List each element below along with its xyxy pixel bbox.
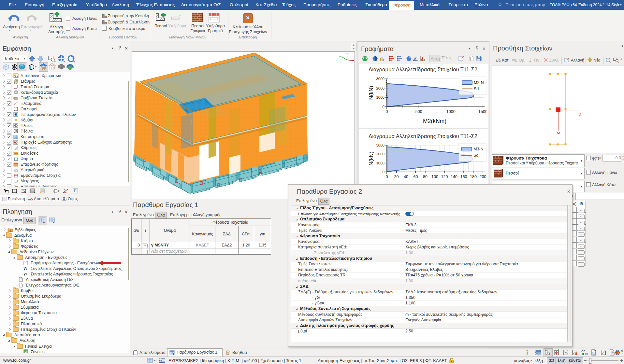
svg-text:3000: 3000: [376, 77, 385, 81]
svg-text:100: 100: [431, 175, 438, 179]
svg-text:Διάγραμμα Αλληλεπίδρασης Στοιχ: Διάγραμμα Αλληλεπίδρασης Στοιχείου Τ11-Σ…: [369, 133, 477, 139]
svg-text:M2-N: M2-N: [474, 80, 484, 85]
svg-text:0: 0: [383, 105, 385, 109]
svg-text:80: 80: [423, 175, 428, 179]
svg-text:200: 200: [480, 175, 486, 179]
svg-text:CR: CR: [581, 350, 586, 353]
svg-text:140: 140: [451, 175, 457, 179]
svg-text:1500: 1500: [478, 109, 487, 114]
svg-text:60: 60: [414, 175, 418, 179]
svg-text:1: 1: [43, 220, 45, 223]
svg-text:2000: 2000: [376, 152, 385, 156]
svg-text:Sd: Sd: [473, 153, 478, 158]
svg-text:500: 500: [415, 109, 422, 114]
svg-text:20: 20: [394, 175, 399, 179]
svg-text:0: 0: [386, 175, 388, 179]
svg-text:Y: Y: [339, 56, 341, 59]
svg-text:Διάγραμμα Αλληλεπίδρασης Στοιχ: Διάγραμμα Αλληλεπίδρασης Στοιχείου Τ11-Σ…: [369, 66, 477, 72]
svg-text:3: 3: [556, 132, 561, 134]
svg-text:2: 2: [53, 220, 54, 223]
svg-text:Sd: Sd: [474, 87, 479, 91]
svg-text:160: 160: [460, 175, 467, 179]
svg-text:40: 40: [404, 175, 408, 179]
svg-text:B: B: [9, 229, 12, 232]
svg-text:M3-N: M3-N: [473, 147, 484, 151]
svg-text:3000: 3000: [376, 143, 385, 147]
svg-text:1000: 1000: [376, 161, 385, 165]
svg-text:0: 0: [383, 170, 385, 174]
svg-text:2: 2: [579, 112, 581, 117]
svg-text:2000: 2000: [376, 86, 385, 90]
svg-text:1000: 1000: [376, 95, 385, 99]
svg-text:N: N: [567, 350, 568, 352]
svg-text:N(kN): N(kN): [368, 151, 374, 165]
svg-text:E: E: [74, 189, 76, 193]
svg-text:180: 180: [470, 175, 477, 179]
svg-text:120: 120: [441, 175, 448, 179]
svg-text:M2(kNm): M2(kNm): [423, 118, 446, 124]
svg-text:N(kN): N(kN): [368, 86, 374, 100]
svg-text:0: 0: [386, 109, 388, 114]
svg-text:1: 1: [173, 352, 174, 355]
svg-text:1000: 1000: [446, 109, 456, 114]
